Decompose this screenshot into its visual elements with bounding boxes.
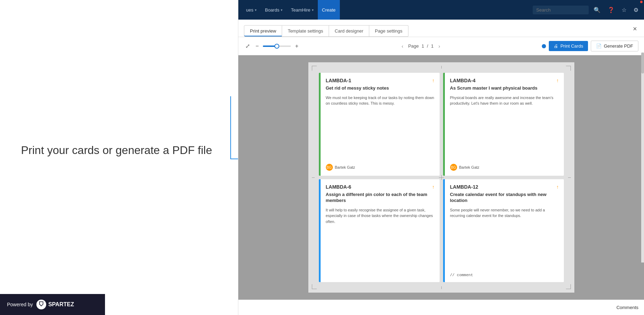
card-lambda-1: LAMBDA-1 Get rid of messy sticky notes W… (319, 73, 440, 176)
bottom-strip: Comments (238, 300, 644, 315)
page-sheet: LAMBDA-1 Get rid of messy sticky notes W… (308, 62, 574, 293)
page-separator: / (427, 43, 428, 49)
nav-issues-label: ues (246, 7, 253, 13)
card-priority-3: ↑ (432, 184, 435, 190)
toolbar-center: ‹ Page 1 / 1 › (304, 43, 538, 50)
tab-template-settings[interactable]: Template settings (282, 25, 329, 37)
mid-mark-left (312, 177, 315, 178)
corner-mark-br (566, 284, 571, 289)
page-prev-button[interactable]: ‹ (400, 43, 406, 50)
nav-boards-chevron: ▾ (281, 8, 282, 12)
dialog: × Print preview Template settings Card d… (238, 20, 644, 315)
powered-by-label: Powered by (7, 302, 33, 307)
tab-print-preview[interactable]: Print preview (244, 25, 282, 37)
card-lambda-12: LAMBDA-12 Create calendar event for stan… (443, 179, 564, 282)
card-lambda-4: LAMBDA-4 As Scrum master I want physical… (443, 73, 564, 176)
preview-area: LAMBDA-1 Get rid of messy sticky notes W… (238, 55, 644, 300)
print-cards-button[interactable]: 🖨 Print Cards (549, 41, 588, 51)
nav-item-issues[interactable]: ues ▾ (242, 0, 261, 20)
card-priority-4: ↑ (556, 184, 559, 190)
card-assignee-1: Bartek Gatz (335, 165, 355, 169)
card-title-2: As Scrum master I want physical boards (450, 85, 559, 91)
card-desc-3: It will help to easily recognise the ass… (326, 207, 435, 277)
nav-issues-chevron: ▾ (255, 8, 257, 12)
print-cards-label: Print Cards (560, 43, 583, 49)
spartez-helmet-icon: ⛉ (36, 300, 46, 309)
search-icon-btn[interactable]: 🔍 (592, 5, 603, 15)
mid-mark-bottom (441, 286, 442, 289)
fullscreen-button[interactable]: ⤢ (244, 41, 251, 51)
promo-area: Print your cards or generate a PDF file (0, 0, 238, 315)
zoom-slider-thumb (274, 44, 279, 49)
card-border-2 (443, 73, 445, 176)
generate-pdf-button[interactable]: 📄 Generate PDF (591, 41, 638, 51)
card-id-4: LAMBDA-12 (450, 184, 559, 190)
star-icon-btn[interactable]: ☆ (620, 5, 629, 15)
card-priority-2: ↑ (556, 78, 559, 83)
card-id-3: LAMBDA-6 (326, 184, 435, 190)
card-desc-1: We must not be keeping track of our task… (326, 95, 435, 162)
corner-mark-tr (566, 66, 571, 71)
nav-item-boards[interactable]: Boards ▾ (261, 0, 287, 20)
spartez-logo: ⛉ SPARTEZ (36, 300, 74, 309)
card-avatar-1: BG (326, 164, 333, 171)
card-border-1 (319, 73, 321, 176)
status-dot (542, 44, 546, 48)
generate-pdf-label: Generate PDF (604, 43, 633, 49)
mid-mark-top (441, 66, 442, 69)
card-desc-2: Physical boards are really awesome and i… (450, 95, 559, 162)
tab-card-designer[interactable]: Card designer (329, 25, 369, 37)
card-border-3 (319, 179, 321, 282)
nav-item-create[interactable]: Create (318, 0, 340, 20)
card-priority-1: ↑ (432, 78, 435, 83)
toolbar: ⤢ − + ‹ Page 1 / 1 › 🖨 Prin (238, 37, 644, 55)
tab-page-settings[interactable]: Page settings (369, 25, 408, 37)
nav-item-teamhire[interactable]: TeamHire ▾ (287, 0, 318, 20)
page-label: Page (408, 43, 419, 49)
comments-button[interactable]: Comments (616, 305, 638, 310)
card-title-4: Create calendar event for standups with … (450, 192, 559, 204)
page-total: 1 (431, 43, 433, 49)
corner-mark-tl (312, 66, 317, 71)
corner-mark-bl (312, 284, 317, 289)
card-title-3: Assign a different pin color to each of … (326, 192, 435, 204)
mid-mark-center-v (441, 175, 442, 180)
brand-name: SPARTEZ (48, 301, 74, 308)
scrollbar-thumb[interactable] (641, 52, 644, 74)
powered-by-bar: Powered by ⛉ SPARTEZ (0, 294, 105, 315)
nav-create-label: Create (322, 7, 336, 13)
page-current: 1 (422, 43, 424, 49)
card-comment-4: // comment (450, 273, 559, 277)
search-input[interactable] (533, 6, 589, 14)
toolbar-left: ⤢ − + (244, 41, 300, 51)
toolbar-right: 🖨 Print Cards 📄 Generate PDF (542, 41, 638, 51)
help-icon-btn[interactable]: ❓ (606, 5, 617, 15)
tabs-bar: Print preview Template settings Card des… (238, 20, 644, 37)
print-icon: 🖨 (554, 43, 558, 49)
promo-text: Print your cards or generate a PDF file (21, 143, 212, 158)
card-border-4 (443, 179, 445, 282)
main-panel: ues ▾ Boards ▾ TeamHire ▾ Create 🔍 ❓ ☆ ⚙ (238, 0, 644, 315)
mid-mark-right (568, 177, 571, 178)
top-nav: ues ▾ Boards ▾ TeamHire ▾ Create 🔍 ❓ ☆ ⚙ (238, 0, 644, 20)
zoom-out-button[interactable]: − (254, 42, 260, 51)
card-assignee-2: Bartek Gatz (459, 165, 479, 169)
card-id-2: LAMBDA-4 (450, 78, 559, 83)
card-lambda-6: LAMBDA-6 Assign a different pin color to… (319, 179, 440, 282)
scrollbar-track[interactable] (641, 52, 644, 262)
zoom-in-button[interactable]: + (294, 42, 300, 51)
nav-teamhire-label: TeamHire (291, 7, 310, 13)
close-button[interactable]: × (630, 24, 640, 34)
settings-icon-btn[interactable]: ⚙ (631, 5, 640, 15)
card-avatar-2: BG (450, 164, 457, 171)
notification-dot (640, 1, 643, 3)
card-id-1: LAMBDA-1 (326, 78, 435, 83)
nav-right: 🔍 ❓ ☆ ⚙ (533, 5, 640, 15)
pdf-icon: 📄 (596, 43, 602, 49)
nav-teamhire-chevron: ▾ (312, 8, 314, 12)
zoom-slider[interactable] (263, 46, 291, 47)
page-next-button[interactable]: › (436, 43, 442, 50)
card-footer-1: BG Bartek Gatz (326, 164, 435, 171)
card-footer-2: BG Bartek Gatz (450, 164, 559, 171)
card-title-1: Get rid of messy sticky notes (326, 85, 435, 91)
